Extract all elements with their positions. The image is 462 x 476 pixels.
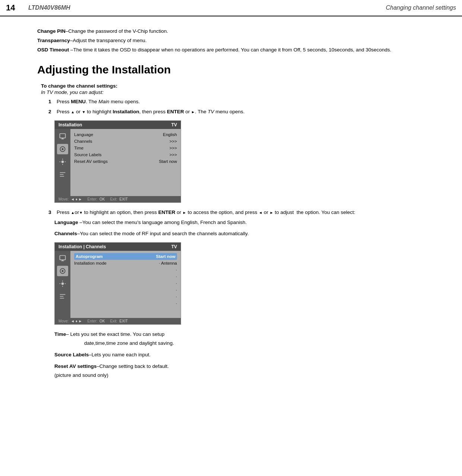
menu-row-dot-5: ·: [74, 293, 177, 300]
menu-icon-item-4: [57, 169, 68, 180]
menu-icon-item-2-4: [57, 291, 68, 302]
step-1-number: 1: [48, 98, 54, 106]
menu-row-dot-1: ·: [74, 267, 177, 273]
model-name: LTDN40V86MH: [28, 4, 386, 11]
menu-row-time: Time>>>: [74, 145, 177, 151]
menu-box-2-title-left: Installation | Channels: [58, 244, 106, 249]
instruction-head1: To change the channel settings:: [41, 83, 432, 89]
desc-source-labels: Source Labels–Lets you name each input.: [54, 351, 432, 359]
step-1: 1 Press MENU. The Main menu opens.: [48, 98, 432, 106]
menu-box-2-header: Installation | Channels TV: [55, 243, 181, 251]
menu-row-channels: Channels>>>: [74, 138, 177, 145]
menu-icon-item-1: [57, 131, 68, 142]
instruction-block: To change the channel settings: In TV mo…: [41, 83, 432, 379]
menu-box-1-footer: Move: ◄ ♦ ► Enter: OK Exit: EXIT: [55, 196, 181, 202]
change-pin-line: Change PIN–Change the password of the V-…: [37, 28, 432, 35]
menu-box-2-body: AutoprogramStart now Installation mode· …: [55, 251, 181, 318]
svg-point-4: [62, 148, 64, 150]
menu-box-1-body: LanguageEnglish Channels>>> Time>>> Sour…: [55, 129, 181, 196]
section-heading: Adjusting the Installation: [37, 63, 432, 76]
menu-row-dot-6: ·: [74, 300, 177, 307]
intro-block: Change PIN–Change the password of the V-…: [37, 28, 432, 54]
menu-box-2-footer: Move: ◄ ♦ ► Enter: OK Exit: EXIT: [55, 318, 181, 324]
menu-box-1: Installation TV: [54, 120, 181, 203]
section-title: Changing channel settings: [386, 4, 456, 11]
menu-icon-item-3: [57, 157, 68, 167]
step-3: 3 Press or to highlight an option, then …: [48, 209, 432, 217]
menu-box-2: Installation | Channels TV: [54, 242, 181, 325]
menu-row-language: LanguageEnglish: [74, 131, 177, 138]
desc-reset-av: Reset AV settings–Change setting back to…: [54, 363, 432, 379]
menu-content-2: AutoprogramStart now Installation mode· …: [70, 251, 181, 318]
step-3-text: Press or to highlight an option, then pr…: [57, 209, 432, 217]
step-3-list: 3 Press or to highlight an option, then …: [48, 209, 432, 217]
transpaerncy-line: Transpaerncy–Adjust the transparency of …: [37, 37, 432, 45]
menu-row-autoprogram: AutoprogramStart now: [74, 253, 177, 260]
menu-box-2-title-right: TV: [171, 244, 177, 249]
steps-list: 1 Press MENU. The Main menu opens. 2 Pre…: [48, 98, 432, 116]
menu-box-1-title-left: Installation: [58, 122, 82, 127]
menu-row-dot-2: ·: [74, 273, 177, 280]
osd-timeout-line: OSD Timeout –The time it takes the OSD t…: [37, 46, 432, 54]
instruction-head2: In TV mode, you can adjust:: [41, 89, 432, 95]
step-2-text: Press or to highlight Installation, then…: [57, 108, 432, 116]
desc-language: Language –You can select the menu's lang…: [54, 219, 432, 227]
step-2: 2 Press or to highlight Installation, th…: [48, 108, 432, 116]
page-number: 14: [6, 3, 28, 13]
menu-icon-item-2-2: [57, 266, 68, 276]
menu-box-1-title-right: TV: [171, 122, 177, 127]
menu-row-source-labels: Source Labels>>>: [74, 151, 177, 158]
menu-box-1-header: Installation TV: [55, 121, 181, 129]
svg-rect-6: [60, 256, 66, 260]
transpaerncy-label: Transpaerncy: [37, 38, 70, 43]
menu-icons-2: [55, 251, 70, 318]
menu-content-1: LanguageEnglish Channels>>> Time>>> Sour…: [70, 129, 181, 196]
svg-rect-0: [60, 133, 66, 138]
menu-row-dot-3: ·: [74, 280, 177, 287]
step-1-text: Press MENU. The Main menu opens.: [57, 98, 432, 106]
menu-row-dot-4: ·: [74, 287, 177, 293]
svg-point-5: [61, 160, 64, 163]
svg-point-10: [62, 270, 64, 272]
change-pin-label: Change PIN: [37, 28, 66, 34]
main-content: Change PIN–Change the password of the V-…: [0, 16, 462, 394]
menu-icon-item-2: [57, 144, 68, 154]
svg-point-11: [61, 283, 64, 285]
menu-icons-1: [55, 129, 70, 196]
menu-row-installation-mode: Installation mode· Antenna: [74, 260, 177, 267]
desc-channels: Channels–You can select the mode of RF i…: [54, 230, 432, 238]
page-header: 14 LTDN40V86MH Changing channel settings: [0, 0, 462, 16]
step-3-number: 3: [48, 209, 54, 217]
osd-timeout-label: OSD Timeout: [37, 47, 69, 53]
desc-time: Time– Lets you set the exact time. You c…: [54, 331, 432, 347]
menu-icon-item-2-3: [57, 278, 68, 289]
menu-icon-item-2-1: [57, 253, 68, 264]
step-2-number: 2: [48, 108, 54, 116]
menu-row-reset-av: Reset AV settingsStart now: [74, 158, 177, 165]
